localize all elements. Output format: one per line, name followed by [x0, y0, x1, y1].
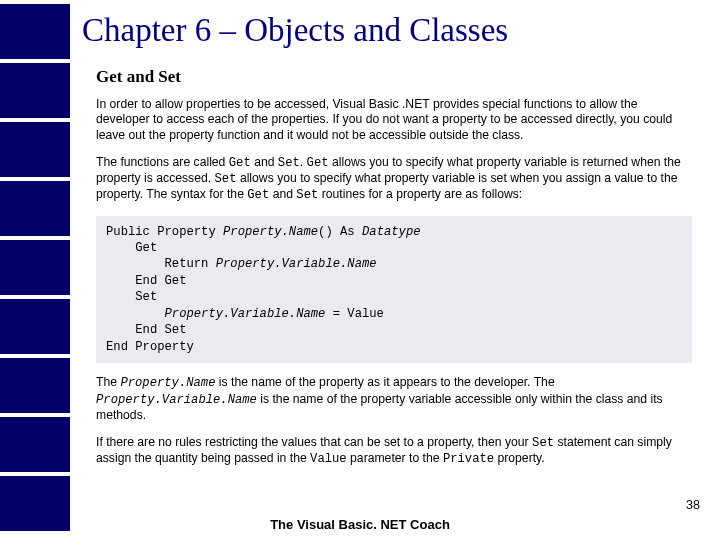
text: The: [96, 375, 120, 389]
code-block: Public Property Property.Name() As Datat…: [96, 216, 692, 364]
code-line: Get: [106, 241, 157, 255]
text: and: [269, 187, 296, 201]
code-line: Set: [106, 290, 157, 304]
text: property.: [494, 451, 545, 465]
code-inline: Set: [532, 436, 554, 450]
code-inline: Property.Name: [120, 376, 215, 390]
code-line: End Get: [106, 274, 186, 288]
paragraph-3: The Property.Name is the name of the pro…: [96, 375, 692, 423]
code-line: Return Property.Variable.Name: [106, 257, 377, 271]
text: is the name of the property as it appear…: [215, 375, 554, 389]
sidebar-block: [0, 4, 70, 59]
code-inline: Property.Variable.Name: [96, 393, 257, 407]
code-inline: Private: [443, 452, 494, 466]
code-line: End Property: [106, 340, 194, 354]
text: The functions are called: [96, 155, 229, 169]
code-inline: Get: [307, 156, 329, 170]
paragraph-1: In order to allow properties to be acces…: [96, 97, 692, 143]
sidebar-block: [0, 181, 70, 236]
page-number: 38: [686, 498, 700, 512]
section-title: Get and Set: [96, 67, 700, 87]
code-inline: Get: [229, 156, 251, 170]
sidebar-block: [0, 299, 70, 354]
footer-title: The Visual Basic. NET Coach: [0, 517, 720, 532]
code-inline: Set: [215, 172, 237, 186]
sidebar-block: [0, 358, 70, 413]
code-line: Public Property Property.Name() As Datat…: [106, 225, 421, 239]
code-inline: Set: [278, 156, 300, 170]
text: .: [300, 155, 307, 169]
text: parameter to the: [347, 451, 443, 465]
sidebar-block: [0, 63, 70, 118]
paragraph-2: The functions are called Get and Set. Ge…: [96, 155, 692, 204]
code-line: End Set: [106, 323, 186, 337]
text: If there are no rules restricting the va…: [96, 435, 532, 449]
decorative-sidebar: [0, 0, 70, 540]
code-inline: Value: [310, 452, 347, 466]
sidebar-block: [0, 122, 70, 177]
text: and: [251, 155, 278, 169]
text: routines for a property are as follows:: [318, 187, 522, 201]
sidebar-block: [0, 417, 70, 472]
chapter-title: Chapter 6 – Objects and Classes: [82, 12, 700, 49]
code-inline: Get: [247, 188, 269, 202]
sidebar-block: [0, 240, 70, 295]
code-inline: Set: [296, 188, 318, 202]
code-line: Property.Variable.Name = Value: [106, 307, 384, 321]
slide-content: Chapter 6 – Objects and Classes Get and …: [82, 0, 720, 468]
paragraph-4: If there are no rules restricting the va…: [96, 435, 692, 468]
